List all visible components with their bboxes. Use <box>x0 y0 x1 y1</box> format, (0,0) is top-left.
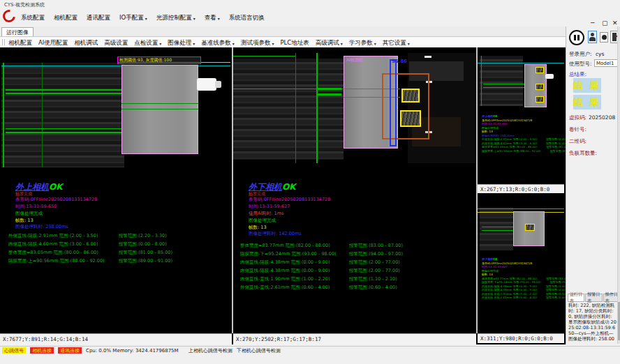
process-status: 图像处理完成 <box>249 218 276 224</box>
virtual-code-label: 虚拟码: <box>569 114 586 121</box>
menu-item-io-config[interactable]: IO手配置▾ <box>119 14 147 22</box>
view-tab-row: 运行图像 <box>0 26 566 37</box>
login-user-value: cys <box>596 51 604 57</box>
chevron-down-icon: ▾ <box>193 41 195 46</box>
qr-code-label: 二维码: <box>569 138 586 145</box>
green-hline <box>6 89 121 91</box>
green-hline <box>482 227 513 227</box>
measurement-row: 内侧直线-隔膜:4.38mm 范围:(0.00 - 9.00) <box>240 268 330 274</box>
tab-run-log[interactable]: 运行日志 <box>568 294 584 302</box>
pixel-coordinate-bar: X:7677;Y:891;R:14;G:14;B:14 <box>0 333 232 344</box>
alarm-range: 报警范围:(0.60 - 4.00) <box>349 285 397 291</box>
pause-button[interactable] <box>569 30 584 45</box>
tab-count-label: 负极耳数量: <box>569 150 597 157</box>
menu-item-light-config[interactable]: 光源控制配置▾ <box>156 14 195 22</box>
left-camera-panel: 检测阈值:93, 灰度阈值:100 外上相机OK 触发完成 条形码:0FFIIi… <box>0 47 232 344</box>
tool-plc-address[interactable]: PLC地址表 <box>280 39 309 47</box>
camera-connection-badge: 相机连接 <box>30 347 54 354</box>
alarm-range: 报警范围:(94.00 - 97.00) <box>349 251 403 257</box>
menu-item-language-switch[interactable]: 系统语言切换 <box>229 14 265 22</box>
app-window: CYS-视觉检测系统 系统配置 相机配置 通讯配置 IO手配置▾ 光源控制配置▾… <box>0 0 620 364</box>
tool-advanced-settings[interactable]: 高级设置 <box>104 39 128 47</box>
measurement-row: 隔膜宽度-下=95.24mm 范围:(93.00 - 98.00) <box>240 251 337 257</box>
process-status: 图像处理完成 <box>15 211 43 217</box>
lower-camera-heartbeat-text: 下相机心跳信号检测 <box>237 347 281 354</box>
alarm-range: 报警范围:(2.20 - 3.30) <box>119 233 167 239</box>
tool-other-settings[interactable]: 其它设置▾ <box>383 39 410 47</box>
time-text: 时间:13-31-59-650 <box>15 204 57 210</box>
measurement-row: 外侧直线-直线:2.61mm 范围:(0.60 - 4.00) <box>240 285 330 291</box>
measurement-row: 整体宽度=83.77mm 范围:(82.00 - 88.00) <box>240 243 330 249</box>
green-vline <box>42 63 43 167</box>
tool-spot-check[interactable]: 点检设置▾ <box>134 39 161 47</box>
model-select[interactable]: Model1 <box>594 59 618 67</box>
maximize-button[interactable]: ▢ <box>602 20 608 26</box>
alarm-range: 报警范围:(1.10 - 2.10) <box>349 276 397 282</box>
settings-lock-button[interactable] <box>600 32 608 43</box>
time-text: 时间:13-31-59-627 <box>249 204 290 210</box>
thumbnail-bottom[interactable]: 外下相机OK 条形码:0FFIIine20250208133134728 时间:… <box>478 195 564 343</box>
left-camera-image[interactable]: 检测阈值:93, 灰度阈值:100 <box>1 53 230 173</box>
highlight-fleck <box>425 56 431 58</box>
measurement-row: 内侧直线-隔膜:4.60mm 范围:(3.00 - 6.00) <box>8 241 98 248</box>
toolbar-grip[interactable] <box>2 39 5 45</box>
tool-learning-params[interactable]: 学习参数▾ <box>349 39 376 47</box>
chevron-down-icon: ▾ <box>341 41 343 46</box>
green-hline <box>6 132 121 133</box>
tool-test-params[interactable]: 测试项参数▾ <box>241 39 274 47</box>
elapsed-time: 图像处理耗时: 258.00ms <box>15 224 68 230</box>
chevron-down-icon: ▾ <box>145 16 147 21</box>
thumbnail-top[interactable]: 外上相机OK 条形码:0FFIIine20250208133134728 时间:… <box>478 47 564 193</box>
middle-camera-image[interactable]: AI检测框 95.86 <box>233 53 476 163</box>
menu-item-system-config[interactable]: 系统配置 <box>21 14 45 22</box>
tool-image-processing[interactable]: 图像处理▾ <box>168 39 195 47</box>
title-bar: CYS-视觉检测系统 <box>0 0 620 8</box>
green-hline <box>6 93 121 94</box>
close-button[interactable]: ✕ <box>612 20 618 26</box>
cpu-memory-text: Cpu: 0.0% Memory: 3424.41796875M <box>86 348 179 354</box>
alarm-range: 报警范围:(83.00 - 87.00) <box>349 243 403 249</box>
tool-ai-config[interactable]: AI使用配置 <box>38 39 68 47</box>
tab-detect-box <box>400 110 421 127</box>
tool-baseline-params[interactable]: 基准线参数▾ <box>201 39 235 47</box>
tab-detect-box <box>401 89 420 103</box>
menu-items: 系统配置 相机配置 通讯配置 IO手配置▾ 光源控制配置▾ 查看▾ 系统语言切换 <box>21 14 265 22</box>
thumbnail-text-block: 外上相机OK 条形码:0FFIIine20250208133134728 时间:… <box>482 114 564 153</box>
menu-item-camera-config[interactable]: 相机配置 <box>54 14 78 22</box>
tool-camera-config[interactable]: 相机配置 <box>8 39 32 47</box>
measurement-row: 内侧直线-隔膜:4.38mm 范围:(0.00 - 9.00) <box>240 259 330 266</box>
middle-camera-panel: AI检测框 95.86 外下相机OK 触发完成 条形码:0FFIIine2025… <box>233 47 476 344</box>
model-label: 使用型号: <box>569 61 592 68</box>
menu-item-comm-config[interactable]: 通讯配置 <box>87 14 110 22</box>
measure-blue-slot <box>390 59 397 146</box>
gripper-object <box>197 78 216 91</box>
green-hline <box>233 56 296 56</box>
sidebar-scrollbar[interactable] <box>617 26 620 344</box>
login-user-label: 登录用户: <box>569 51 592 58</box>
machine-texture <box>480 207 513 250</box>
tab-alarm-log[interactable]: 报警日志 <box>585 294 602 302</box>
upper-camera-heartbeat-text: 上相机心跳信号检测 <box>189 347 232 354</box>
measurement-row: 整体宽度=83.05mm 范围:(80.00 - 86.00) <box>8 250 98 256</box>
tool-camera-debug[interactable]: 相机调试 <box>74 39 98 47</box>
blue-measure-value: 95.86 <box>392 59 407 64</box>
threshold-overlay-label: 检测阈值:93, 灰度阈值:100 <box>117 56 201 64</box>
toolbar: 相机配置 AI使用配置 相机调试 高级设置 点检设置▾ 图像处理▾ 基准线参数▾… <box>0 37 566 47</box>
pixel-coordinate-bar: X:267;Y:13;R:0;G:0;B:0 <box>478 184 564 193</box>
barcode-text: 条形码:0FFIIine20250208133134728 <box>15 197 97 203</box>
comm-connection-badge: 通讯连接 <box>58 347 82 354</box>
tab-detect-box <box>525 224 535 231</box>
menu-item-view[interactable]: 查看▾ <box>205 14 220 22</box>
reel-number-label: 卷针号: <box>569 126 586 133</box>
tab-run-image[interactable]: 运行图像 <box>1 27 34 36</box>
tool-advanced-debug[interactable]: 高级调试▾ <box>316 39 343 47</box>
minimize-button[interactable]: ─ <box>591 20 594 26</box>
thumbnail-text-block: 外下相机OK 条形码:0FFIIine20250208133134728 时间:… <box>482 257 564 300</box>
total-result-label: 总结果: <box>569 71 586 78</box>
right-sidebar: 登录用户: cys 使用型号: Model1 总结果: 结 果 结 果 虚拟码:… <box>566 26 620 344</box>
user-button[interactable] <box>588 31 597 43</box>
measurement-row: 内侧直线-直线:1.90mm 范围:(1.00 - 2.20) <box>240 276 330 282</box>
thumbnail-column: 外上相机OK 条形码:0FFIIine20250208133134728 时间:… <box>478 47 566 344</box>
measurement-row: 隔膜宽度-上=90.56mm 范围:(88.00 - 92.00) <box>8 258 105 264</box>
green-bar <box>316 93 341 96</box>
